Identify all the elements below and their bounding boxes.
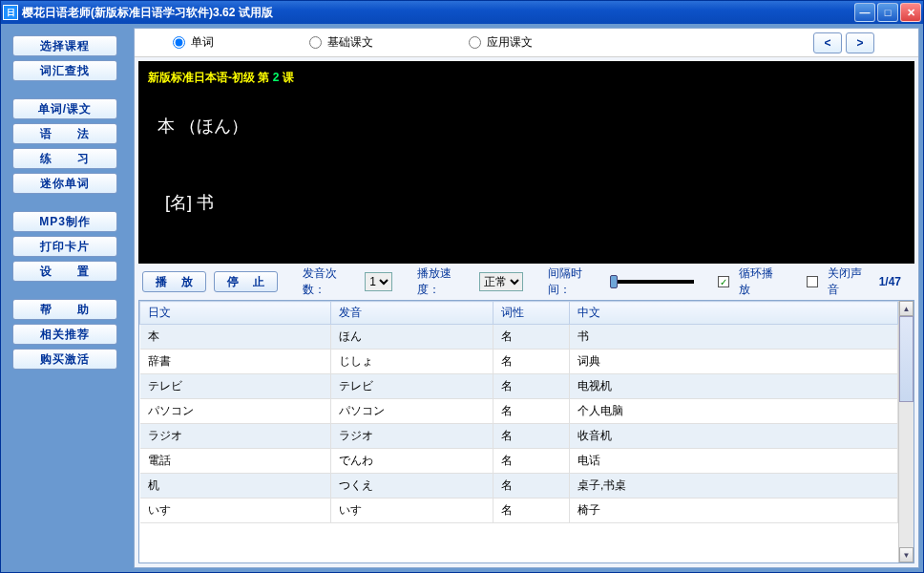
app-icon: 日 [3,5,18,20]
sidebar-button[interactable]: 选择课程 [12,35,117,56]
cell-py: つくえ [331,474,494,499]
col-japanese[interactable]: 日文 [140,302,331,325]
cell-jp: パソコン [140,399,331,424]
cell-jp: いす [140,499,331,523]
app-window: 日 樱花日语老师(新版标准日语学习软件)3.62 试用版 — □ ✕ 选择课程词… [0,0,924,573]
table-row[interactable]: 辞書じしょ名词典 [140,350,898,374]
radio-app[interactable]: 应用课文 [469,34,533,51]
interval-label: 间隔时间： [548,265,602,298]
count-label: 发音次数： [303,265,357,298]
prev-button[interactable]: < [813,32,842,53]
sidebar-button[interactable]: 练 习 [12,148,117,169]
scroll-down-icon[interactable]: ▼ [899,547,914,562]
table-row[interactable]: いすいす名椅子 [140,499,898,523]
position-counter: 1/47 [879,275,911,288]
cell-py: でんわ [331,449,494,474]
mode-radiobar: 单词 基础课文 应用课文 < > [135,29,918,57]
table-row[interactable]: 電話でんわ名电话 [140,449,898,474]
radio-app-input[interactable] [469,36,481,49]
meaning-display: [名] 书 [165,191,905,214]
lesson-title: 新版标准日本语-初级 第 2 课 [148,69,905,86]
cell-jp: 本 [140,325,331,350]
cell-jp: テレビ [140,374,331,399]
titlebar: 日 樱花日语老师(新版标准日语学习软件)3.62 试用版 — □ ✕ [1,1,923,24]
table-row[interactable]: ラジオラジオ名收音机 [140,424,898,449]
cell-pos: 名 [494,474,570,499]
col-pos[interactable]: 词性 [494,302,570,325]
mute-label: 关闭声音 [828,265,872,298]
next-button[interactable]: > [846,32,874,53]
sidebar-button[interactable]: 词汇查找 [12,60,117,81]
sidebar-button[interactable]: MP3制作 [12,211,117,232]
kanji-display: 本 （ほん） [158,115,905,138]
cell-cn: 收音机 [570,424,898,449]
cell-cn: 书 [570,325,898,350]
sidebar-button[interactable]: 迷你单词 [12,173,117,194]
cell-cn: 电话 [570,449,898,474]
play-button[interactable]: 播 放 [142,271,206,292]
sidebar-button[interactable]: 设 置 [12,261,117,282]
col-reading[interactable]: 发音 [331,302,494,325]
cell-py: いす [331,499,494,523]
scroll-thumb[interactable] [899,316,914,402]
vocab-table: 日文 发音 词性 中文 本ほん名书辞書じしょ名词典テレビテレビ名电视机パソコンパ… [139,301,898,523]
cell-cn: 桌子,书桌 [570,474,898,499]
cell-jp: 辞書 [140,350,331,374]
radio-basic[interactable]: 基础课文 [309,34,373,51]
speed-select[interactable]: 正常 [479,272,523,291]
close-button[interactable]: ✕ [900,3,921,22]
stop-button[interactable]: 停 止 [214,271,278,292]
cell-pos: 名 [494,325,570,350]
display-panel: 新版标准日本语-初级 第 2 课 本 （ほん） [名] 书 [138,61,914,264]
cell-jp: 電話 [140,449,331,474]
interval-slider[interactable] [610,275,694,288]
radio-basic-label: 基础课文 [327,34,373,51]
vocab-table-wrap: 日文 发音 词性 中文 本ほん名书辞書じしょ名词典テレビテレビ名电视机パソコンパ… [138,300,914,563]
sidebar-button[interactable]: 打印卡片 [12,236,117,257]
table-row[interactable]: 机つくえ名桌子,书桌 [140,474,898,499]
radio-word[interactable]: 单词 [173,34,214,51]
count-select[interactable]: 1 [365,272,392,291]
cell-pos: 名 [494,374,570,399]
body-area: 选择课程词汇查找单词/课文语 法练 习迷你单词MP3制作打印卡片设 置帮 助相关… [1,24,923,572]
cell-pos: 名 [494,449,570,474]
cell-pos: 名 [494,424,570,449]
playback-controls: 播 放 停 止 发音次数： 1 播放速度： 正常 间隔时间： 循环播放 关闭声音… [135,267,918,296]
sidebar-button[interactable]: 相关推荐 [12,324,117,345]
sidebar-button[interactable]: 购买激活 [12,349,117,370]
cell-jp: ラジオ [140,424,331,449]
cell-py: ほん [331,325,494,350]
loop-label: 循环播放 [739,265,783,298]
sidebar-button[interactable]: 帮 助 [12,299,117,320]
table-row[interactable]: 本ほん名书 [140,325,898,350]
sidebar-button[interactable]: 语 法 [12,123,117,144]
window-title: 樱花日语老师(新版标准日语学习软件)3.62 试用版 [22,5,854,21]
cell-pos: 名 [494,399,570,424]
table-scrollbar[interactable]: ▲ ▼ [898,301,914,562]
loop-checkbox[interactable] [718,276,729,287]
cell-cn: 个人电脑 [570,399,898,424]
radio-basic-input[interactable] [309,36,322,49]
maximize-button[interactable]: □ [877,3,898,22]
radio-app-label: 应用课文 [487,34,533,51]
main-panel: 单词 基础课文 应用课文 < > 新版标准日本语-初级 第 2 课 本 （ほん）… [134,28,919,568]
cell-cn: 电视机 [570,374,898,399]
scroll-up-icon[interactable]: ▲ [899,301,914,316]
cell-jp: 机 [140,474,331,499]
mute-checkbox[interactable] [807,276,818,287]
sidebar-button[interactable]: 单词/课文 [12,98,117,119]
cell-pos: 名 [494,350,570,374]
radio-word-input[interactable] [173,36,185,49]
cell-pos: 名 [494,499,570,523]
radio-word-label: 单词 [191,34,214,51]
cell-py: じしょ [331,350,494,374]
cell-py: テレビ [331,374,494,399]
table-row[interactable]: パソコンパソコン名个人电脑 [140,399,898,424]
cell-py: ラジオ [331,424,494,449]
cell-cn: 词典 [570,350,898,374]
minimize-button[interactable]: — [854,3,875,22]
col-chinese[interactable]: 中文 [570,302,898,325]
cell-py: パソコン [331,399,494,424]
table-row[interactable]: テレビテレビ名电视机 [140,374,898,399]
cell-cn: 椅子 [570,499,898,523]
